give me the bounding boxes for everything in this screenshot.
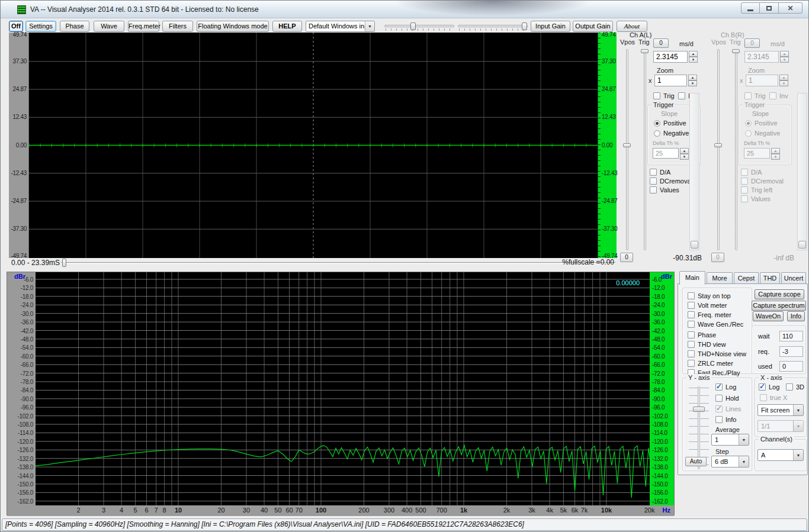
slider-track[interactable]	[458, 25, 528, 27]
spectrum-y-tick: -66.0	[652, 362, 664, 368]
slider-thumb[interactable]	[522, 22, 527, 30]
tab-thd[interactable]: THD	[760, 272, 780, 284]
req-field[interactable]: -3	[779, 346, 803, 357]
fader-thumb[interactable]	[691, 241, 698, 249]
thd-view-checkbox[interactable]: THD view	[688, 341, 726, 349]
dcremoval-checkbox[interactable]: DCremoval	[650, 178, 692, 186]
tab-uncert[interactable]: Uncert	[781, 272, 806, 284]
floating-windows-button[interactable]: Floating Windows mode	[197, 21, 269, 32]
zoom-spinner[interactable]: ▲▼	[688, 75, 697, 86]
zoom-input[interactable]: 1	[654, 75, 687, 86]
slider-track[interactable]	[384, 25, 454, 27]
channel-a-title: Ch A(L)	[630, 31, 651, 38]
phase-button[interactable]: Phase	[60, 21, 89, 32]
phase-checkbox[interactable]: Phase	[688, 331, 716, 340]
output-gain-button[interactable]: Output Gain	[573, 21, 613, 32]
spectrum-y-tick: -108.0	[652, 421, 668, 428]
off-button[interactable]: Off	[9, 21, 23, 32]
zoom-spinner: ▲▼	[779, 75, 788, 86]
scope-y-tick: 49.74	[602, 31, 616, 38]
channel-a-zero-button[interactable]: 0	[620, 253, 633, 262]
filters-button[interactable]: Filters	[162, 21, 193, 32]
slider-ticks	[459, 28, 527, 31]
delta-th-spinner: ▲▼	[771, 148, 780, 159]
settings-button[interactable]: Settings	[25, 21, 56, 32]
spectrum-y-tick: -78.0	[652, 379, 664, 385]
checkbox-icon	[741, 195, 748, 202]
close-button[interactable]: ✕	[779, 2, 802, 14]
hz-unit: Hz	[663, 507, 670, 514]
step-select[interactable]: 6 dB ▼	[711, 456, 749, 467]
slider-thumb[interactable]	[410, 22, 416, 30]
spectrum-y-tick: -42.0	[21, 328, 33, 334]
capture-scope-button[interactable]: Capture scope	[755, 289, 804, 299]
da-checkbox: D/A	[741, 169, 762, 177]
auto-button[interactable]: Auto	[685, 457, 707, 466]
tab-main[interactable]: Main	[679, 271, 705, 285]
input-device-select[interactable]: Default Windows inp ▼	[306, 21, 375, 32]
status-text: [Points = 4096] [Sampling = 40960Hz] [Sm…	[2, 518, 807, 531]
wait-field[interactable]: 110	[779, 331, 803, 341]
zoom-input: 1	[746, 75, 778, 86]
slope-positive-radio[interactable]: Positive	[654, 120, 686, 128]
y-hold-checkbox[interactable]: Hold	[715, 395, 739, 403]
msd-label: ms/d	[679, 40, 694, 47]
channel-select[interactable]: A ▼	[757, 449, 804, 461]
restore-icon	[766, 6, 772, 11]
vpos-thumb[interactable]	[623, 143, 631, 147]
fit-screen-value: Fit screen	[758, 405, 793, 415]
y-log-checkbox[interactable]: Log	[715, 383, 736, 392]
used-field[interactable]: 0	[779, 361, 803, 372]
freq-meter-checkbox[interactable]: Freq. meter	[688, 311, 731, 320]
about-button[interactable]: About	[617, 21, 647, 32]
spectrum-x-tick: 20k	[644, 507, 655, 514]
scope-scroll-track[interactable]	[61, 262, 615, 264]
slope-negative-radio[interactable]: Negative	[654, 130, 689, 138]
values-checkbox[interactable]: Values	[650, 186, 679, 195]
spectrum-y-tick: -162.0	[17, 498, 33, 505]
wave-gen-checkbox[interactable]: Wave Gen./Rec	[688, 321, 743, 329]
freq-meter-button[interactable]: Freq.meter	[128, 21, 159, 32]
title-bar: VA -- Visual Analyser 2014 rel. 0.3.1 ST…	[1, 1, 809, 18]
trig-checkbox[interactable]: Trig	[653, 92, 675, 101]
vpos-slider[interactable]	[626, 49, 628, 250]
tab-more[interactable]: More	[707, 272, 733, 284]
trig-slider[interactable]	[644, 49, 646, 250]
zrlc-meter-checkbox[interactable]: ZRLC meter	[688, 360, 733, 368]
vpos-reset-button[interactable]: 0	[653, 38, 669, 48]
spectrum-y-tick: -114.0	[652, 430, 667, 436]
x-3d-checkbox[interactable]: 3D	[786, 383, 804, 392]
output-gain-slider[interactable]	[458, 22, 528, 31]
thd-noise-view-checkbox[interactable]: THD+Noise view	[688, 350, 746, 359]
tab-cepst[interactable]: Cepst	[734, 272, 759, 284]
input-gain-slider[interactable]	[384, 22, 454, 31]
minimize-button[interactable]	[741, 2, 760, 14]
msd-input[interactable]: 2.3145	[653, 51, 688, 63]
stay-on-top-checkbox[interactable]: Stay on top	[688, 292, 731, 301]
channel-a-fader[interactable]	[689, 93, 699, 250]
trig-thumb[interactable]	[641, 49, 649, 53]
slope-label: Slope	[661, 110, 678, 117]
scope-scroll-thumb[interactable]	[62, 259, 66, 267]
x-log-checkbox[interactable]: Log	[759, 383, 779, 392]
input-gain-button[interactable]: Input Gain	[531, 21, 570, 32]
delta-th-input: 25	[653, 148, 679, 159]
wave-button[interactable]: Wave	[94, 21, 124, 32]
spectrum-y-tick: -144.0	[652, 473, 668, 479]
average-select[interactable]: 1 ▼	[711, 434, 749, 446]
restore-button[interactable]	[760, 2, 779, 14]
spectrum-y-tick: -48.0	[652, 336, 664, 343]
wave-on-button[interactable]: WaveOn	[753, 311, 784, 321]
spectrum-x-tick: 300	[384, 507, 394, 514]
da-checkbox[interactable]: D/A	[650, 169, 670, 177]
slider-thumb[interactable]	[693, 407, 705, 412]
y-info-checkbox[interactable]: Info	[715, 416, 736, 424]
volt-meter-checkbox[interactable]: Volt meter	[688, 302, 727, 310]
delta-th-input: 25	[744, 148, 770, 159]
info-button[interactable]: Info	[787, 311, 805, 321]
help-button[interactable]: HELP	[272, 21, 302, 32]
channel-a-level: -90.31dB	[673, 254, 702, 262]
msd-spinner[interactable]: ▲▼	[689, 51, 698, 63]
capture-spectrum-button[interactable]: Capture spectrum	[752, 301, 806, 311]
fit-screen-select[interactable]: Fit screen ▼	[757, 404, 804, 416]
